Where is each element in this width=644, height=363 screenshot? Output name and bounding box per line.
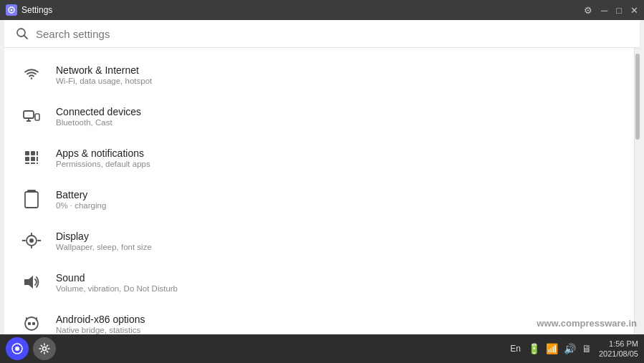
apps-subtitle: Permissions, default apps [56,160,150,168]
network-title: Network & Internet [56,64,152,76]
connected-subtitle: Bluetooth, Cast [56,118,141,127]
scrollbar-track[interactable] [634,48,640,344]
scrollbar-thumb[interactable] [635,54,640,140]
search-input[interactable] [36,28,628,40]
svg-rect-13 [37,157,38,161]
android-options-icon [19,311,44,337]
svg-rect-10 [37,151,38,155]
taskbar: En 🔋 📶 🔊 🖥 1:56 PM 2021/08/05 [0,334,644,363]
svg-rect-16 [37,163,38,164]
apps-icon [19,145,44,170]
apps-title: Apps & notifications [56,147,150,159]
svg-rect-29 [28,322,31,325]
svg-line-3 [24,36,28,39]
display-icon [19,228,44,253]
svg-rect-12 [31,157,35,161]
svg-rect-9 [31,151,35,155]
battery-title: Battery [56,189,106,200]
connected-text: Connected devices Bluetooth, Cast [56,106,141,127]
settings-window-icon [6,4,17,16]
settings-item-battery[interactable]: Battery 0% · charging [4,178,634,220]
title-bar-left: Settings [6,4,52,16]
settings-item-sound[interactable]: Sound Volume, vibration, Do Not Disturb [4,261,634,303]
android-options-title: Android-x86 options [56,314,145,325]
title-bar-controls: ⚙ ─ □ ✕ [584,5,638,16]
network-text: Network & Internet Wi-Fi, data usage, ho… [56,64,152,85]
battery-subtitle: 0% · charging [56,201,106,210]
settings-control-icon[interactable]: ⚙ [584,5,592,16]
connected-devices-icon [19,103,44,129]
taskbar-right: En 🔋 📶 🔊 🖥 1:56 PM 2021/08/05 [510,339,638,359]
sound-icon [19,269,44,295]
battery-taskbar-icon: 🔋 [528,343,540,354]
window-title: Settings [21,5,52,15]
display-subtitle: Wallpaper, sleep, font size [56,243,152,251]
svg-rect-4 [24,111,34,118]
svg-rect-18 [25,192,38,208]
taskbar-left [6,337,56,360]
minimize-button[interactable]: ─ [601,5,607,16]
svg-point-38 [43,347,47,351]
android-taskbar-button[interactable] [6,337,29,360]
svg-point-24 [29,238,34,243]
title-bar: Settings ⚙ ─ □ ✕ [0,0,644,20]
svg-rect-15 [31,163,35,164]
battery-icon [19,186,44,212]
settings-item-network[interactable]: Network & Internet Wi-Fi, data usage, ho… [4,54,634,95]
sound-title: Sound [56,272,178,284]
watermark: www.compressware.in [537,318,637,329]
connected-title: Connected devices [56,106,141,117]
settings-taskbar-button[interactable] [33,337,56,360]
svg-rect-8 [25,151,29,155]
taskbar-date: 2021/08/05 [599,349,638,359]
close-button[interactable]: ✕ [630,5,638,16]
language-indicator: En [510,344,521,354]
android-options-subtitle: Native bridge, statistics [56,326,145,334]
svg-marker-25 [24,276,33,289]
taskbar-system-icons: 🔋 📶 🔊 🖥 [528,343,592,354]
svg-rect-30 [32,322,35,325]
apps-text: Apps & notifications Permissions, defaul… [56,147,150,168]
settings-list: Network & Internet Wi-Fi, data usage, ho… [4,48,634,344]
svg-point-1 [11,9,13,11]
settings-item-display[interactable]: Display Wallpaper, sleep, font size [4,220,634,261]
taskbar-clock: 1:56 PM 2021/08/05 [599,339,638,359]
display-title: Display [56,231,152,242]
svg-point-37 [15,347,19,351]
taskbar-time: 1:56 PM [599,339,638,349]
sound-text: Sound Volume, vibration, Do Not Disturb [56,272,178,293]
android-options-text: Android-x86 options Native bridge, stati… [56,314,145,334]
content-area: Network & Internet Wi-Fi, data usage, ho… [4,48,640,344]
display-text: Display Wallpaper, sleep, font size [56,231,152,251]
svg-rect-7 [35,114,39,120]
display-taskbar-icon: 🖥 [582,343,592,354]
wifi-taskbar-icon: 📶 [546,343,558,354]
settings-item-connected[interactable]: Connected devices Bluetooth, Cast [4,95,634,137]
svg-rect-14 [25,163,29,164]
search-bar [4,20,640,48]
battery-text: Battery 0% · charging [56,189,106,210]
wifi-icon [19,62,44,87]
settings-item-apps[interactable]: Apps & notifications Permissions, defaul… [4,137,634,178]
volume-taskbar-icon: 🔊 [564,343,576,354]
sound-subtitle: Volume, vibration, Do Not Disturb [56,284,178,293]
search-icon [16,27,29,40]
svg-rect-11 [25,157,29,161]
maximize-button[interactable]: □ [616,5,622,16]
network-subtitle: Wi-Fi, data usage, hotspot [56,77,152,85]
main-window: Network & Internet Wi-Fi, data usage, ho… [4,20,640,344]
